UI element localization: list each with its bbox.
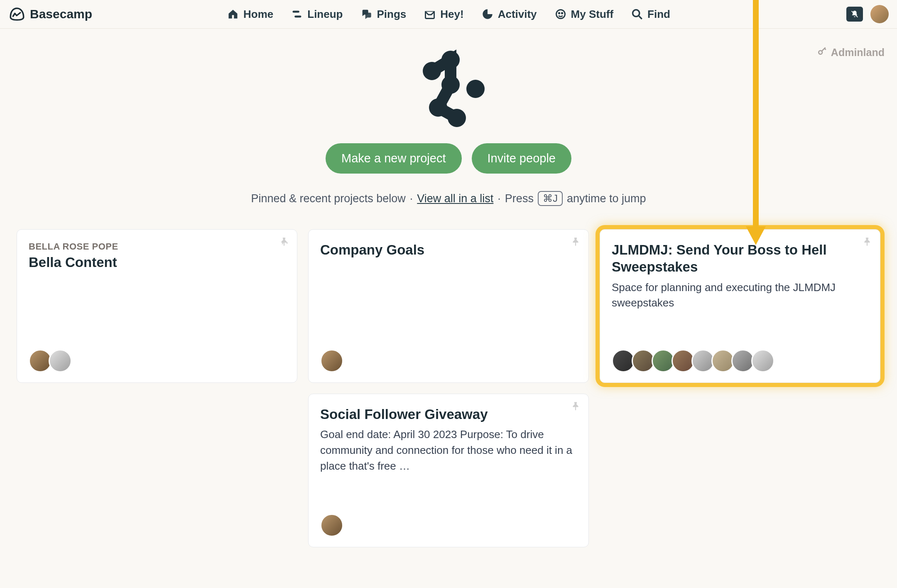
nav-right	[846, 5, 889, 23]
basecamp-logo-icon	[8, 5, 26, 23]
hero-buttons: Make a new project Invite people	[326, 143, 571, 174]
adminland-label: Adminland	[831, 47, 885, 59]
svg-point-5	[633, 10, 640, 17]
svg-rect-1	[294, 16, 301, 18]
nav-mystuff[interactable]: My Stuff	[554, 8, 614, 21]
svg-rect-0	[293, 11, 299, 13]
nav-find-label: Find	[647, 8, 670, 21]
pin-icon[interactable]	[570, 401, 581, 413]
helper-text: Pinned & recent projects below · View al…	[251, 191, 646, 206]
card-title: Bella Content	[29, 254, 285, 271]
svg-point-12	[466, 80, 485, 98]
pin-icon[interactable]	[570, 236, 581, 249]
card-description: Space for planning and executing the JLM…	[612, 280, 868, 311]
invite-people-button[interactable]: Invite people	[472, 143, 571, 174]
nav-items: Home Lineup Pings Hey! Activity	[227, 8, 670, 21]
keyboard-shortcut: ⌘J	[538, 191, 563, 206]
project-card-jlmdmj[interactable]: JLMDMJ: Send Your Boss to Hell Sweepstak…	[600, 229, 880, 383]
avatar	[320, 349, 343, 372]
svg-rect-18	[867, 243, 868, 246]
org-logo	[407, 45, 490, 128]
project-card-bella-content[interactable]: BELLA ROSE POPE Bella Content	[17, 229, 297, 383]
nav-home-label: Home	[243, 8, 273, 21]
pin-icon[interactable]	[279, 236, 289, 249]
card-title: JLMDMJ: Send Your Boss to Hell Sweepstak…	[612, 241, 868, 276]
projects-grid: BELLA ROSE POPE Bella Content Company Go…	[0, 229, 897, 547]
avatar	[320, 514, 343, 537]
nav-pings-label: Pings	[377, 8, 406, 21]
pinned-recent-text: Pinned & recent projects below	[251, 192, 406, 205]
nav-pings[interactable]: Pings	[360, 8, 406, 21]
card-avatars	[612, 341, 868, 372]
nav-activity-label: Activity	[498, 8, 537, 21]
card-title: Company Goals	[320, 241, 577, 258]
svg-rect-16	[575, 243, 576, 246]
svg-point-8	[819, 51, 822, 54]
project-column-2: Company Goals Social Follower Giveaway G…	[308, 229, 589, 547]
hey-icon	[424, 8, 436, 20]
view-all-link[interactable]: View all in a list	[417, 192, 493, 205]
nav-find[interactable]: Find	[631, 8, 670, 21]
nav-hey[interactable]: Hey!	[424, 8, 463, 21]
make-project-button[interactable]: Make a new project	[326, 143, 461, 174]
svg-line-6	[639, 16, 642, 19]
key-icon	[817, 46, 828, 59]
card-description: Goal end date: April 30 2023 Purpose: To…	[320, 427, 577, 474]
project-card-company-goals[interactable]: Company Goals	[308, 229, 589, 383]
nav-home[interactable]: Home	[227, 8, 273, 21]
adminland-link[interactable]: Adminland	[817, 46, 885, 59]
smile-icon	[554, 8, 567, 20]
avatar	[49, 349, 72, 372]
nav-activity[interactable]: Activity	[481, 8, 537, 21]
svg-point-3	[559, 13, 559, 14]
activity-icon	[481, 8, 494, 20]
card-avatars	[29, 341, 285, 372]
card-avatars	[320, 341, 577, 372]
nav-lineup[interactable]: Lineup	[291, 8, 343, 21]
card-title: Social Follower Giveaway	[320, 406, 577, 423]
brand-name: Basecamp	[30, 7, 92, 21]
svg-point-4	[561, 13, 562, 14]
svg-rect-17	[575, 407, 576, 410]
home-icon	[227, 8, 239, 20]
hero-section: Make a new project Invite people Pinned …	[0, 45, 897, 206]
nav-hey-label: Hey!	[440, 8, 463, 21]
svg-rect-15	[284, 243, 284, 246]
lineup-icon	[291, 8, 303, 20]
jump-text: anytime to jump	[567, 192, 646, 205]
svg-point-2	[556, 10, 565, 19]
card-eyebrow: BELLA ROSE POPE	[29, 241, 285, 252]
nav-lineup-label: Lineup	[307, 8, 343, 21]
brand[interactable]: Basecamp	[8, 5, 92, 23]
press-text: Press	[505, 192, 534, 205]
notifications-muted-button[interactable]	[846, 7, 863, 22]
nav-mystuff-label: My Stuff	[571, 8, 614, 21]
search-icon	[631, 8, 643, 20]
avatar	[751, 349, 774, 372]
top-navigation: Basecamp Home Lineup Pings Hey!	[0, 0, 897, 29]
current-user-avatar[interactable]	[870, 5, 889, 23]
pin-icon[interactable]	[862, 236, 872, 249]
card-avatars	[320, 505, 577, 537]
project-card-social-giveaway[interactable]: Social Follower Giveaway Goal end date: …	[308, 394, 589, 547]
pings-icon	[360, 8, 373, 20]
